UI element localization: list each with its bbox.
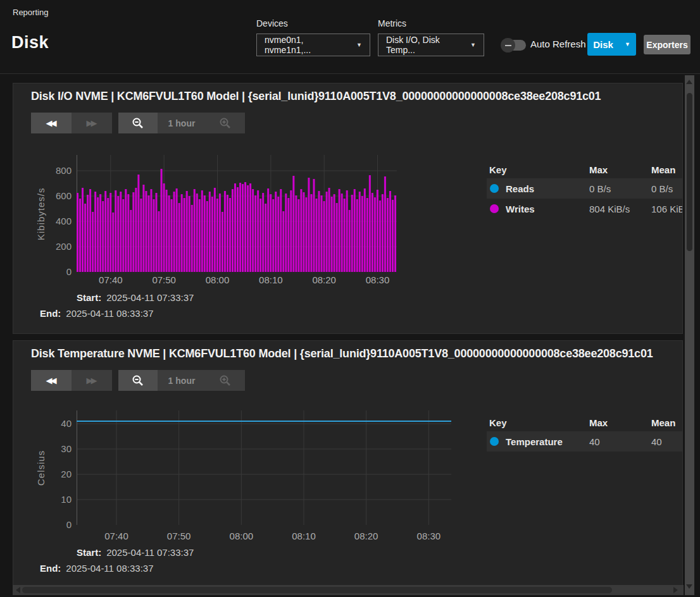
page-title: Disk [11, 33, 49, 52]
x-tick-label: 07:50 [152, 274, 176, 285]
disk-io-title: Disk I/O NVME | KCM6FVUL1T60 Model | {se… [31, 90, 682, 103]
x-tick-label: 07:40 [99, 274, 123, 285]
step-back-button[interactable]: ◀◀ [31, 113, 72, 133]
top-bar: Reporting Disk Devices nvme0n1, nvme1n1,… [0, 0, 700, 74]
legend-series-name: Reads [487, 183, 589, 194]
io-start-row: Start:2025-04-11 07:33:37 [77, 292, 194, 303]
vertical-scrollbar-thumb[interactable] [687, 93, 692, 251]
legend-max-value: 40 [589, 436, 651, 447]
disk-temp-title: Disk Temperature NVME | KCM6FVUL1T60 Mod… [31, 347, 682, 360]
temp-end-row: End:2025-04-11 08:33:37 [40, 563, 154, 574]
auto-refresh-toggle[interactable] [502, 40, 526, 51]
scroll-left-icon[interactable] [16, 587, 20, 593]
disk-menu-button[interactable]: Disk ▼ [587, 33, 636, 56]
zoom-in-button[interactable] [206, 113, 245, 133]
series-color-dot [490, 184, 499, 193]
magnifier-minus-icon [132, 117, 144, 130]
y-tick-label: 0 [44, 266, 72, 277]
devices-label: Devices [256, 18, 288, 28]
legend-row: Reads0 B/s0 B/s [487, 178, 683, 199]
chevron-down-icon: ▼ [625, 41, 630, 47]
x-tick-label: 07:50 [167, 531, 191, 541]
horizontal-scrollbar[interactable] [13, 585, 684, 595]
legend-mean-value: 0 B/s [651, 183, 683, 194]
y-tick-label: 40 [44, 418, 72, 429]
x-tick-label: 08:00 [230, 531, 254, 541]
card-disk-io: Disk I/O NVME | KCM6FVUL1T60 Model | {se… [13, 83, 683, 334]
end-value: 2025-04-11 08:33:37 [66, 563, 153, 574]
scroll-down-icon[interactable] [686, 584, 692, 589]
start-label: Start: [77, 292, 101, 303]
end-label: End: [40, 308, 61, 319]
magnifier-minus-icon [132, 374, 144, 387]
x-tick-label: 08:30 [417, 531, 441, 541]
zoom-out-button[interactable] [118, 370, 158, 391]
y-tick-label: 10 [44, 494, 72, 505]
legend-header-mean: Mean [651, 417, 683, 428]
disk-menu-button-label: Disk [593, 39, 613, 50]
legend-header-max: Max [589, 417, 651, 428]
chevron-down-icon: ▼ [356, 42, 362, 48]
legend-header-max: Max [589, 164, 651, 175]
end-value: 2025-04-11 08:33:37 [66, 308, 153, 319]
zoom-out-button[interactable] [118, 113, 158, 133]
legend-header-key: Key [487, 417, 589, 428]
series-color-dot [490, 204, 499, 213]
legend-max-value: 0 B/s [589, 183, 651, 194]
start-value: 2025-04-11 07:33:37 [106, 547, 194, 558]
x-tick-label: 08:00 [206, 274, 230, 285]
temp-legend: KeyMaxMeanTemperature4040 [487, 414, 683, 452]
temp-start-row: Start:2025-04-11 07:33:37 [77, 547, 194, 558]
y-tick-label: 0 [44, 519, 72, 530]
exporters-button-label: Exporters [646, 40, 687, 50]
disk-io-toolbar: ◀◀ ▶▶ 1 hour [31, 113, 245, 133]
devices-select[interactable]: nvme0n1, nvme1n1,... ▼ [256, 34, 370, 56]
scroll-up-icon[interactable] [686, 80, 692, 84]
legend-series-name: Writes [487, 204, 589, 214]
step-forward-button[interactable]: ▶▶ [72, 113, 112, 133]
horizontal-scrollbar-thumb[interactable] [22, 587, 612, 593]
vertical-scrollbar[interactable] [685, 75, 694, 595]
io-plot [77, 155, 397, 273]
y-tick-label: 800 [44, 165, 72, 176]
magnifier-plus-icon [219, 117, 232, 130]
x-tick-label: 08:10 [259, 274, 283, 285]
io-bars-group [77, 169, 396, 272]
disk-temp-toolbar: ◀◀ ▶▶ 1 hour [31, 370, 245, 391]
series-color-dot [490, 437, 499, 446]
io-legend: KeyMaxMeanReads0 B/s0 B/sWrites804 KiB/s… [487, 161, 683, 219]
x-tick-label: 07:40 [104, 531, 128, 541]
y-tick-label: 200 [44, 241, 72, 252]
start-value: 2025-04-11 07:33:37 [106, 292, 194, 303]
y-tick-label: 400 [44, 216, 72, 226]
metrics-select-value: Disk I/O, Disk Temp... [386, 35, 464, 55]
toggle-knob-icon [501, 38, 515, 52]
y-tick-label: 30 [44, 443, 72, 454]
x-tick-label: 08:20 [312, 274, 336, 285]
step-forward-button[interactable]: ▶▶ [72, 370, 112, 391]
legend-header-mean: Mean [651, 164, 683, 175]
card-disk-temperature: Disk Temperature NVME | KCM6FVUL1T60 Mod… [13, 340, 683, 587]
legend-max-value: 804 KiB/s [589, 204, 651, 214]
x-tick-label: 08:20 [354, 531, 378, 541]
zoom-in-button[interactable] [206, 370, 245, 391]
metrics-label: Metrics [378, 18, 406, 28]
y-tick-label: 20 [44, 469, 72, 479]
end-label: End: [40, 563, 61, 574]
start-label: Start: [77, 547, 101, 558]
time-range-label: 1 hour [158, 113, 206, 133]
step-back-button[interactable]: ◀◀ [31, 370, 72, 391]
devices-select-value: nvme0n1, nvme1n1,... [265, 35, 350, 55]
scroll-right-icon[interactable] [673, 587, 678, 593]
io-end-row: End:2025-04-11 08:33:37 [40, 308, 154, 319]
legend-series-name: Temperature [487, 436, 589, 447]
legend-mean-value: 106 KiB/s [651, 204, 683, 214]
magnifier-plus-icon [219, 374, 232, 387]
legend-header: KeyMaxMean [487, 414, 683, 431]
legend-header-key: Key [487, 164, 589, 175]
metrics-select[interactable]: Disk I/O, Disk Temp... ▼ [378, 34, 484, 56]
legend-mean-value: 40 [651, 436, 683, 447]
breadcrumb[interactable]: Reporting [13, 8, 48, 17]
exporters-button[interactable]: Exporters [644, 35, 691, 54]
chevron-down-icon: ▼ [470, 42, 476, 48]
